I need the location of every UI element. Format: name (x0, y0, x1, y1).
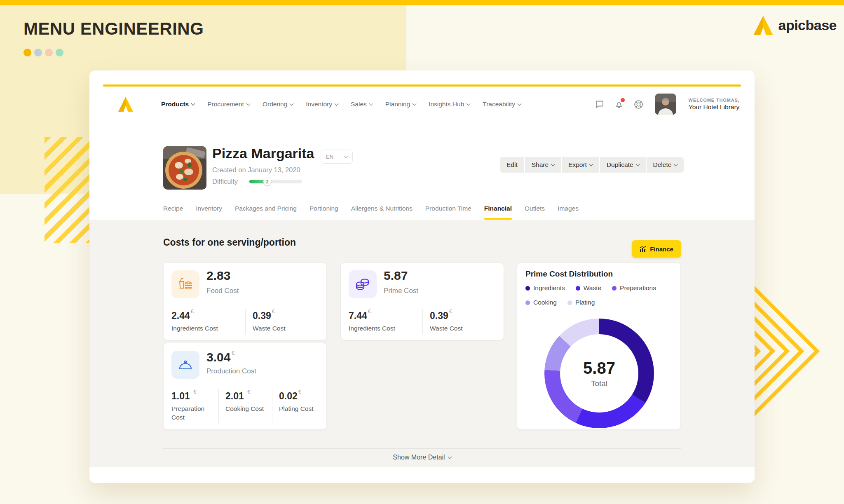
nav-item-products[interactable]: Products (161, 101, 195, 108)
legend-cooking: Cooking (525, 299, 557, 306)
user-block[interactable]: WELCOME THOMAS, Your Hotel Library (689, 98, 740, 111)
top-navbar: Products Procurement Ordering Inventory … (117, 91, 740, 117)
share-button[interactable]: Share (525, 157, 561, 173)
euro-symbol: € (231, 349, 234, 356)
legend-waste: Waste (576, 284, 601, 292)
tab-allergens-nutritions[interactable]: Allergens & Nutritions (351, 205, 413, 220)
donut-center: 5.87 Total (560, 334, 638, 413)
show-more-link[interactable]: Show More Detail (89, 454, 755, 461)
nav-item-planning[interactable]: Planning (385, 101, 416, 108)
card-divider (245, 309, 246, 335)
tab-portioning[interactable]: Portioning (309, 205, 338, 220)
nav-item-inventory[interactable]: Inventory (306, 101, 338, 108)
app-logo-icon[interactable] (117, 97, 134, 112)
food-waste-cost: 0.39€ Waste Cost (253, 308, 286, 333)
legend-preperations: Preperations (612, 284, 656, 292)
export-button[interactable]: Export (562, 157, 599, 173)
tab-financial[interactable]: Financial (484, 205, 512, 220)
distribution-title: Prime Cost Distribution (525, 270, 613, 279)
tab-outlets[interactable]: Outlets (525, 205, 545, 220)
product-tabs: Recipe Inventory Packages and Pricing Po… (163, 205, 579, 220)
page-title: MENU ENGINEERING (23, 19, 204, 39)
difficulty-knob[interactable]: 2 (263, 178, 271, 185)
cloche-icon (178, 358, 193, 371)
cooking-cost: 2.01 € Cooking Cost (225, 389, 267, 413)
production-cost-card: 3.04€ Production Cost 1.01 € Preparation… (163, 343, 327, 430)
nav-item-insights-hub[interactable]: Insights Hub (429, 101, 470, 108)
euro-symbol: € (247, 389, 250, 395)
food-ingredients-cost: 2.44€ Ingredients Cost (171, 308, 218, 333)
app-window: Products Procurement Ordering Inventory … (89, 70, 755, 483)
finance-chart-icon (640, 246, 647, 252)
card-divider (422, 309, 423, 335)
donut-total-label: Total (591, 379, 607, 388)
prime-cost-label: Prime Cost (384, 287, 418, 295)
coins-icon (355, 278, 370, 291)
window-accent-rule (103, 84, 741, 87)
show-more-divider (163, 448, 681, 449)
tab-packages-and-pricing[interactable]: Packages and Pricing (235, 205, 297, 220)
euro-symbol: € (193, 389, 196, 395)
nav-item-traceability[interactable]: Traceability (483, 101, 521, 108)
nav-item-ordering[interactable]: Ordering (263, 101, 293, 108)
prime-icon-tile (349, 270, 377, 298)
difficulty-bar[interactable]: 2 (249, 180, 302, 183)
euro-symbol: € (368, 308, 371, 314)
financial-panel: Costs for one serving/portion Finance (89, 220, 755, 467)
notification-badge (621, 98, 625, 102)
edit-button[interactable]: Edit (500, 157, 524, 173)
food-burger-drink-icon (178, 277, 193, 291)
diagonal-stripes-decoration (45, 137, 91, 243)
tab-images[interactable]: Images (558, 205, 579, 220)
euro-symbol: € (298, 389, 301, 395)
production-icon-tile (171, 351, 199, 379)
avatar[interactable] (655, 94, 676, 115)
dot-peach (45, 49, 53, 56)
language-select[interactable]: EN (321, 150, 353, 164)
nav-item-procurement[interactable]: Procurement (207, 101, 250, 108)
top-accent-strip (0, 0, 844, 5)
prime-waste-cost: 0.39€ Waste Cost (430, 308, 463, 333)
navbar-divider (89, 123, 755, 123)
plating-cost: 0.02€ Plating Cost (279, 389, 320, 413)
card-divider (272, 389, 272, 423)
dot-mint (56, 49, 63, 56)
dot-yellow (23, 49, 31, 56)
euro-symbol: € (191, 308, 194, 314)
page: MENU ENGINEERING apicbase Products Procu… (0, 0, 844, 504)
tab-recipe[interactable]: Recipe (163, 205, 183, 220)
duplicate-button[interactable]: Duplicate (600, 157, 646, 173)
legend-row-2: Cooking Plating (525, 299, 595, 306)
hero-header: MENU ENGINEERING (23, 19, 204, 56)
prime-cost-card: 5.87 Prime Cost 7.44€ Ingredients Cost 0… (340, 263, 504, 340)
finance-button-label: Finance (650, 246, 673, 253)
created-date: Created on January 13, 2020 (212, 166, 300, 174)
finance-button[interactable]: Finance (632, 240, 681, 258)
chat-icon[interactable] (594, 99, 605, 110)
legend-plating: Plating (567, 299, 595, 306)
preparation-cost: 1.01 € Preparation Cost (171, 389, 213, 422)
prime-cost-value: 5.87 (384, 269, 408, 283)
notifications-bell-icon[interactable] (614, 99, 624, 110)
difficulty-label: Difficulty (212, 178, 238, 185)
difficulty-row: Difficulty 2 (212, 178, 302, 185)
language-value: EN (326, 154, 333, 160)
production-cost-value: 3.04€ (206, 349, 235, 364)
chevron-down-icon (448, 455, 452, 459)
help-buoy-icon[interactable] (633, 99, 644, 110)
food-cost-label: Food Cost (206, 287, 239, 295)
production-cost-label: Production Cost (206, 367, 256, 375)
donut-total-value: 5.87 (583, 359, 615, 377)
nav-menu: Products Procurement Ordering Inventory … (161, 101, 521, 108)
tab-inventory[interactable]: Inventory (196, 205, 222, 220)
food-icon-tile (171, 270, 199, 298)
navbar-right: WELCOME THOMAS, Your Hotel Library (594, 94, 740, 115)
account-name: Your Hotel Library (689, 103, 740, 111)
action-button-group: Edit Share Export Duplicate Delete (500, 157, 684, 173)
food-cost-card: 2.83 Food Cost 2.44€ Ingredients Cost 0.… (163, 263, 327, 340)
delete-button[interactable]: Delete (647, 157, 684, 173)
brand-name: apicbase (778, 17, 837, 33)
tab-production-time[interactable]: Production Time (425, 205, 471, 220)
chevron-down-icon (344, 154, 348, 158)
nav-item-sales[interactable]: Sales (351, 101, 373, 108)
